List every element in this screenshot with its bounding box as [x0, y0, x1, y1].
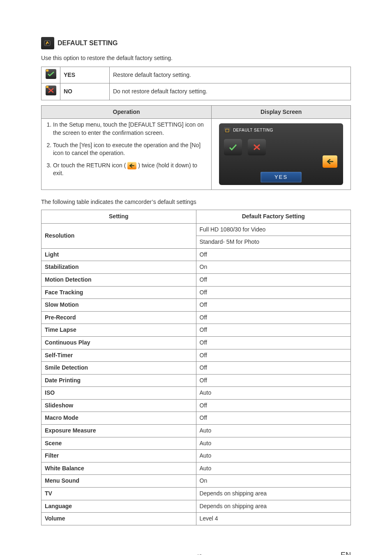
table-row: Face TrackingOff: [42, 286, 351, 299]
setting-name: Exposure Measure: [42, 425, 196, 437]
table-row: YES Restore default factory setting.: [42, 67, 351, 83]
table-row: FilterAuto: [42, 450, 351, 462]
setting-name: Language: [42, 500, 196, 513]
setting-name: TV: [42, 488, 196, 500]
setting-value: Off: [196, 273, 351, 286]
step-3-text-a: Or touch the RETURN icon (: [53, 162, 126, 169]
defaults-table: Setting Default Factory Setting Resoluti…: [41, 210, 351, 525]
language-code: EN: [341, 550, 351, 555]
setting-value: Depends on shipping area: [196, 488, 351, 500]
setting-value: Off: [196, 349, 351, 362]
table-row: Time LapseOff: [42, 324, 351, 337]
yes-icon: [46, 69, 56, 79]
display-header: Display Screen: [212, 105, 351, 119]
setting-name: Motion Detection: [42, 273, 196, 286]
table-row: Continuous PlayOff: [42, 336, 351, 349]
table-row: Self-TimerOff: [42, 349, 351, 362]
col-header-setting: Setting: [42, 210, 196, 223]
table-row: Date PrintingOff: [42, 374, 351, 387]
setting-name: ISO: [42, 387, 196, 400]
defaults-intro: The following table indicates the camcor…: [41, 198, 351, 206]
setting-value: On: [196, 261, 351, 274]
setting-name: Face Tracking: [42, 286, 196, 299]
section-heading-text: DEFAULT SETTING: [58, 39, 118, 48]
default-setting-icon: [41, 37, 54, 49]
setting-name: Resolution: [42, 223, 196, 248]
setting-name: Smile Detection: [42, 362, 196, 375]
setting-name: Light: [42, 248, 196, 261]
svg-rect-1: [226, 129, 229, 132]
setting-value: Off: [196, 248, 351, 261]
table-row: StabilizationOn: [42, 261, 351, 274]
intro-text: Use this option to restore the default f…: [41, 54, 351, 62]
display-screen-cell: DEFAULT SETTING YES: [212, 119, 351, 190]
yes-label: YES: [60, 67, 110, 83]
no-label: NO: [60, 83, 110, 100]
setting-value: Auto: [196, 437, 351, 450]
step-2: Touch the [Yes] icon to execute the oper…: [53, 141, 208, 157]
setting-name: Slow Motion: [42, 299, 196, 312]
table-row: Smile DetectionOff: [42, 362, 351, 375]
setting-value: Off: [196, 374, 351, 387]
table-row: VolumeLevel 4: [42, 513, 351, 525]
yes-description: Restore default factory setting.: [110, 67, 351, 83]
setting-value: Standard- 5M for Photo: [196, 236, 351, 249]
setting-name: Self-Timer: [42, 349, 196, 362]
setting-name: Slideshow: [42, 399, 196, 412]
table-row: Pre-RecordOff: [42, 311, 351, 324]
setting-name: Volume: [42, 513, 196, 525]
setting-name: Scene: [42, 437, 196, 450]
mock-no-option: [248, 139, 266, 155]
setting-value: Off: [196, 311, 351, 324]
col-header-value: Default Factory Setting: [196, 210, 351, 223]
operation-display-table: Operation Display Screen In the Setup me…: [41, 105, 351, 190]
yes-option-icon-cell: [42, 67, 60, 83]
setting-name: Pre-Record: [42, 311, 196, 324]
setting-name: Stabilization: [42, 261, 196, 274]
setting-value: Auto: [196, 462, 351, 475]
operation-header: Operation: [42, 105, 212, 119]
table-row: SceneAuto: [42, 437, 351, 450]
setting-value: Auto: [196, 450, 351, 462]
page-number: 43: [58, 553, 341, 555]
table-row: Menu SoundOn: [42, 475, 351, 488]
setting-value: Off: [196, 286, 351, 299]
mock-title-icon: [224, 127, 231, 133]
table-row: Slow MotionOff: [42, 299, 351, 312]
operation-steps-cell: In the Setup menu, touch the [DEFAULT SE…: [42, 119, 212, 190]
display-screen-mock: DEFAULT SETTING YES: [219, 123, 343, 185]
setting-value: Off: [196, 324, 351, 337]
setting-name: Menu Sound: [42, 475, 196, 488]
table-row: TVDepends on shipping area: [42, 488, 351, 500]
mock-yes-option: [224, 139, 242, 155]
setting-name: Continuous Play: [42, 336, 196, 349]
yes-no-table: YES Restore default factory setting. NO …: [41, 67, 351, 100]
table-row: ResolutionFull HD 1080/30 for Video: [42, 223, 351, 236]
table-row: Motion DetectionOff: [42, 273, 351, 286]
table-row: NO Do not restore default factory settin…: [42, 83, 351, 100]
table-row: ISOAuto: [42, 387, 351, 400]
setting-value: Off: [196, 399, 351, 412]
table-row: LanguageDepends on shipping area: [42, 500, 351, 513]
setting-value: Level 4: [196, 513, 351, 525]
table-row: SlideshowOff: [42, 399, 351, 412]
setting-value: Off: [196, 336, 351, 349]
no-icon: [46, 86, 56, 95]
return-icon: [127, 162, 136, 169]
no-option-icon-cell: [42, 83, 60, 100]
no-description: Do not restore default factory setting.: [110, 83, 351, 100]
table-row: LightOff: [42, 248, 351, 261]
table-row: Exposure MeasureAuto: [42, 425, 351, 437]
setting-name: Filter: [42, 450, 196, 462]
table-row: White BalanceAuto: [42, 462, 351, 475]
setting-name: Macro Mode: [42, 412, 196, 425]
setting-name: Time Lapse: [42, 324, 196, 337]
mock-title: DEFAULT SETTING: [233, 127, 273, 133]
setting-value: On: [196, 475, 351, 488]
mock-yes-bar: YES: [261, 172, 302, 183]
section-heading: DEFAULT SETTING: [41, 37, 351, 49]
mock-return-icon: [323, 155, 337, 168]
setting-value: Auto: [196, 387, 351, 400]
setting-value: Auto: [196, 425, 351, 437]
setting-name: White Balance: [42, 462, 196, 475]
